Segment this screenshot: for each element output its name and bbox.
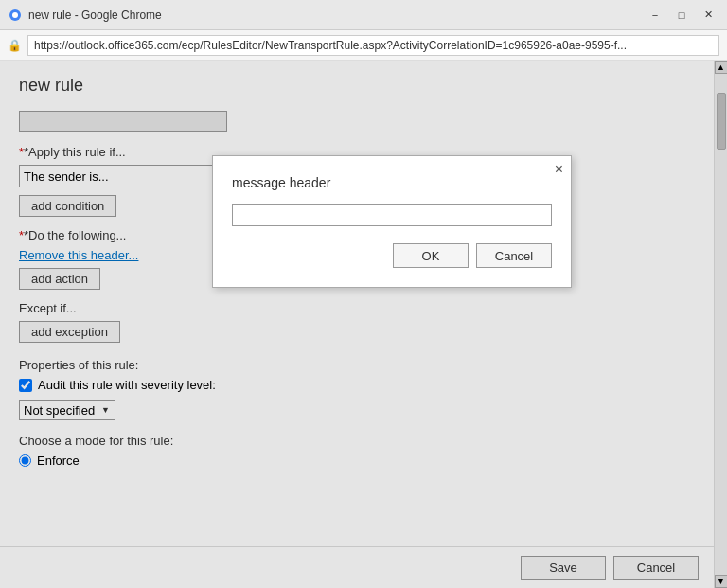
modal-buttons: OK Cancel <box>232 243 552 268</box>
address-field[interactable]: https://outlook.office365.com/ecp/RulesE… <box>27 35 719 56</box>
window-controls: − □ ✕ <box>644 6 719 25</box>
page-content: new rule *Apply this rule if... The send… <box>0 61 727 588</box>
minimize-button[interactable]: − <box>644 6 666 25</box>
modal-content: message header OK Cancel <box>213 156 571 287</box>
title-bar: new rule - Google Chrome − □ ✕ <box>0 0 727 30</box>
window-title: new rule - Google Chrome <box>28 9 162 22</box>
close-button[interactable]: ✕ <box>697 6 719 25</box>
modal-cancel-button[interactable]: Cancel <box>476 243 552 268</box>
svg-point-1 <box>12 12 18 18</box>
modal-ok-button[interactable]: OK <box>393 243 469 268</box>
maximize-button[interactable]: □ <box>670 6 693 25</box>
lock-icon: 🔒 <box>8 39 22 52</box>
chrome-icon <box>8 8 23 23</box>
modal-box: × message header OK Cancel <box>212 155 572 288</box>
modal-title: message header <box>232 175 552 190</box>
modal-overlay: × message header OK Cancel <box>0 61 727 588</box>
modal-close-button[interactable]: × <box>555 162 563 177</box>
address-bar: 🔒 https://outlook.office365.com/ecp/Rule… <box>0 30 727 61</box>
modal-header-input[interactable] <box>232 204 552 226</box>
